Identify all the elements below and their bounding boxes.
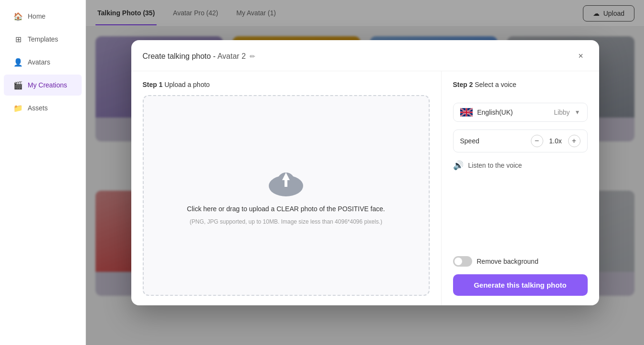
avatars-icon: 👤 [13, 57, 23, 67]
voice-name: Libby [554, 108, 570, 116]
step1-label: Step 1 Upload a photo [143, 81, 430, 88]
speed-label: Speed [460, 137, 531, 145]
modal-close-button[interactable]: × [574, 50, 588, 63]
sidebar-item-my-creations-label: My Creations [28, 81, 67, 89]
modal-avatar-name: Avatar 2 [217, 52, 245, 61]
spacer [453, 178, 588, 248]
speed-controls: − 1.0x + [531, 135, 581, 147]
right-panel: Step 2 Select a voice [442, 71, 599, 305]
modal-title: Create talking photo - [143, 52, 216, 61]
uk-flag-icon [460, 108, 473, 117]
sidebar-item-home[interactable]: 🏠 Home [4, 6, 82, 27]
speed-control: Speed − 1.0x + [453, 129, 588, 152]
sidebar: 🏠 Home ⊞ Templates 👤 Avatars 🎬 My Creati… [0, 0, 86, 345]
templates-icon: ⊞ [13, 34, 23, 44]
sidebar-item-my-creations[interactable]: 🎬 My Creations [4, 75, 82, 96]
voice-select[interactable]: English(UK) Libby ▼ [453, 103, 588, 122]
listen-text: Listen to the voice [468, 162, 522, 169]
upload-area[interactable]: Click here or drag to upload a CLEAR pho… [143, 95, 430, 296]
remove-bg-label: Remove background [477, 258, 538, 265]
toggle-knob [454, 258, 462, 265]
sidebar-item-avatars-label: Avatars [28, 58, 50, 66]
voice-chevron-icon: ▼ [575, 109, 581, 116]
upload-main-text: Click here or drag to upload a CLEAR pho… [187, 205, 385, 213]
modal-header: Create talking photo - Avatar 2 ✏ × [131, 40, 599, 71]
left-panel: Step 1 Upload a photo [131, 71, 442, 305]
remove-bg-toggle[interactable] [453, 256, 472, 267]
remove-bg-row: Remove background [453, 256, 588, 267]
modal-body: Step 1 Upload a photo [131, 71, 599, 305]
svg-rect-14 [465, 108, 467, 116]
generate-button[interactable]: Generate this talking photo [453, 274, 588, 296]
sidebar-item-home-label: Home [28, 12, 45, 20]
my-creations-icon: 🎬 [13, 80, 23, 90]
sidebar-item-avatars[interactable]: 👤 Avatars [4, 52, 82, 73]
speed-value: 1.0x [548, 137, 563, 145]
speed-decrease-button[interactable]: − [531, 135, 543, 147]
sidebar-item-templates-label: Templates [28, 35, 58, 43]
edit-icon[interactable]: ✏ [250, 53, 255, 60]
sidebar-item-assets[interactable]: 📁 Assets [4, 97, 82, 119]
sidebar-item-templates[interactable]: ⊞ Templates [4, 29, 82, 50]
speed-increase-button[interactable]: + [568, 135, 581, 147]
svg-rect-5 [285, 179, 287, 187]
sidebar-item-assets-label: Assets [28, 104, 48, 112]
voice-language: English(UK) [477, 108, 549, 116]
cloud-upload-icon [267, 166, 305, 199]
upload-sub-text: (PNG, JPG supported, up to 10MB. Image s… [190, 218, 382, 225]
speaker-icon: 🔊 [453, 160, 464, 171]
main-content: Talking Photo (35) Avatar Pro (42) My Av… [86, 0, 644, 345]
listen-row[interactable]: 🔊 Listen to the voice [453, 160, 588, 171]
modal-overlay: Create talking photo - Avatar 2 ✏ × Step… [86, 0, 644, 345]
modal: Create talking photo - Avatar 2 ✏ × Step… [131, 40, 599, 305]
assets-icon: 📁 [13, 103, 23, 113]
step2-label: Step 2 Select a voice [453, 81, 588, 88]
home-icon: 🏠 [13, 11, 23, 21]
